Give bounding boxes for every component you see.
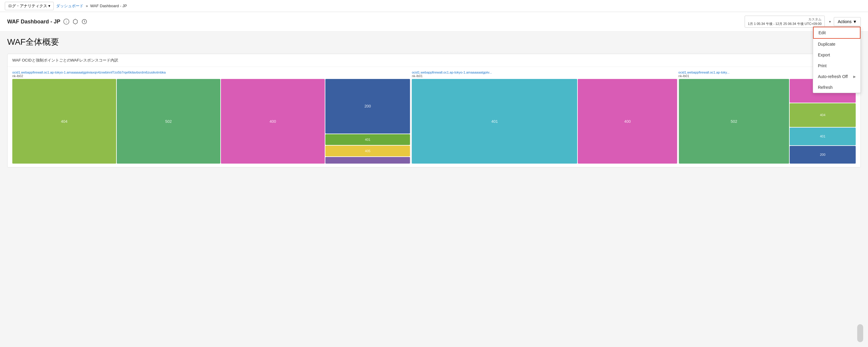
cell-401-g2[interactable]: 401 [412, 79, 577, 164]
svg-marker-0 [73, 19, 77, 24]
menu-item-refresh-label: Refresh [818, 85, 833, 90]
menu-item-duplicate[interactable]: Duplicate [813, 39, 861, 50]
header-right: カスタム 1月 1 05:34 午後 - 12月 25 06:34 午後 UTC… [745, 15, 861, 28]
cell-200-g3[interactable]: 200 [790, 146, 856, 164]
cell-label: 401 [491, 119, 498, 124]
time-picker[interactable]: カスタム 1月 1 05:34 午後 - 12月 25 06:34 午後 UTC… [745, 15, 825, 28]
hexagon-icon[interactable] [72, 19, 78, 25]
section-heading: WAF全体概要 [7, 36, 861, 48]
cell-200-g1[interactable]: 200 [326, 79, 410, 133]
menu-item-edit[interactable]: Edit [813, 27, 861, 39]
panel-body: ocid1.webappfirewall.oc1.ap-tokyo-1.amaa… [7, 67, 861, 167]
actions-arrow: ▼ [853, 19, 857, 24]
page-title: WAF Dashboard - JP [7, 19, 60, 25]
breadcrumb-sep: » [86, 4, 88, 8]
cell-label: 400 [270, 119, 276, 124]
top-nav: ログ・アナリティクス ▾ ダッシュボード » WAF Dashboard - J… [0, 0, 868, 12]
breadcrumb: ダッシュボード » WAF Dashboard - JP [56, 3, 127, 9]
separator-1 [411, 79, 411, 164]
actions-label: Actions [838, 19, 851, 24]
group2-header[interactable]: ocid1.webappfirewall.oc1.ap-tokyo-1.amaa… [412, 70, 678, 74]
panel-title: WAF OCIDと強制ポイントごとのWAFレスポンスコード内訳 [7, 54, 861, 67]
time-label: カスタム [748, 17, 822, 22]
menu-item-print[interactable]: Print [813, 60, 861, 71]
cell-404-g3[interactable]: 404 [790, 103, 856, 127]
group1-header[interactable]: ocid1.webappfirewall.oc1.ap-tokyo-1.amaa… [12, 70, 411, 74]
cell-label: 502 [731, 119, 738, 124]
treemap-wrapper: ocid1.webappfirewall.oc1.ap-tokyo-1.amaa… [12, 70, 856, 164]
group2-header-area: ocid1.webappfirewall.oc1.ap-tokyo-1.amaa… [412, 70, 678, 78]
group2-cells: 401 400 [412, 79, 677, 164]
menu-item-duplicate-label: Duplicate [818, 42, 835, 46]
cell-400-g1[interactable]: 400 [221, 79, 325, 164]
breadcrumb-link[interactable]: ダッシュボード [56, 4, 84, 8]
group1-header-area: ocid1.webappfirewall.oc1.ap-tokyo-1.amaa… [12, 70, 411, 78]
cell-label: 405 [365, 149, 370, 153]
cell-label: 200 [820, 153, 826, 156]
submenu-arrow: ▶ [853, 75, 856, 78]
cell-small-g1[interactable] [326, 157, 410, 164]
cell-label: 401 [365, 138, 370, 141]
breadcrumb-current: WAF Dashboard - JP [90, 4, 127, 8]
page-content: WAF全体概要 WAF OCIDと強制ポイントごとのWAFレスポンスコード内訳 … [0, 32, 868, 172]
cell-400-g2[interactable]: 400 [578, 79, 677, 164]
cell-label: 200 [364, 104, 371, 108]
menu-item-autorefresh-label: Auto-refresh Off [818, 74, 847, 79]
panel: WAF OCIDと強制ポイントごとのWAFレスポンスコード内訳 ocid1.we… [7, 54, 861, 167]
cell-401-g1[interactable]: 401 [326, 134, 410, 145]
cell-200-col: 200 401 405 [326, 79, 410, 164]
timer-icon[interactable] [81, 19, 87, 25]
cell-405-g1[interactable]: 405 [326, 146, 410, 156]
menu-item-print-label: Print [818, 63, 827, 68]
cell-label: 404 [61, 119, 67, 124]
title-row: WAF Dashboard - JP i [7, 19, 87, 25]
cell-502-g1[interactable]: 502 [117, 79, 221, 164]
nav-dropdown[interactable]: ログ・アナリティクス ▾ [5, 2, 54, 10]
cell-label: 401 [820, 134, 826, 138]
time-range: 1月 1 05:34 午後 - 12月 25 06:34 午後 UTC+09:0… [748, 22, 822, 26]
menu-item-autorefresh[interactable]: Auto-refresh Off ▶ [813, 71, 861, 82]
group1-cells: 404 502 400 200 [12, 79, 410, 164]
nav-dropdown-arrow: ▾ [48, 4, 51, 8]
dashboard-header: WAF Dashboard - JP i カスタム 1月 1 05:34 午後 … [0, 12, 868, 32]
info-icon[interactable]: i [63, 19, 69, 25]
cell-502-g3[interactable]: 502 [679, 79, 789, 164]
actions-dropdown: Edit Duplicate Export Print Auto-refresh… [813, 26, 861, 93]
group1-sub: nk-lb02 [12, 74, 411, 78]
cell-404-g1[interactable]: 404 [12, 79, 116, 164]
cell-label: 400 [624, 119, 631, 124]
cell-label: 404 [820, 113, 826, 117]
treemap-headers: ocid1.webappfirewall.oc1.ap-tokyo-1.amaa… [12, 70, 856, 78]
menu-item-export-label: Export [818, 53, 830, 57]
separator-2 [678, 79, 678, 164]
menu-item-refresh[interactable]: Refresh [813, 82, 861, 93]
treemap-cells-row: 404 502 400 200 [12, 79, 856, 164]
group2-sub: nk-lb01 [412, 74, 678, 78]
cell-label: 502 [165, 119, 172, 124]
menu-item-export[interactable]: Export [813, 50, 861, 60]
actions-button[interactable]: Actions ▼ [834, 17, 861, 26]
time-picker-arrow: ▼ [828, 20, 831, 23]
menu-item-edit-label: Edit [818, 30, 826, 35]
cell-401-g3[interactable]: 401 [790, 128, 856, 145]
nav-dropdown-label: ログ・アナリティクス [8, 3, 47, 9]
